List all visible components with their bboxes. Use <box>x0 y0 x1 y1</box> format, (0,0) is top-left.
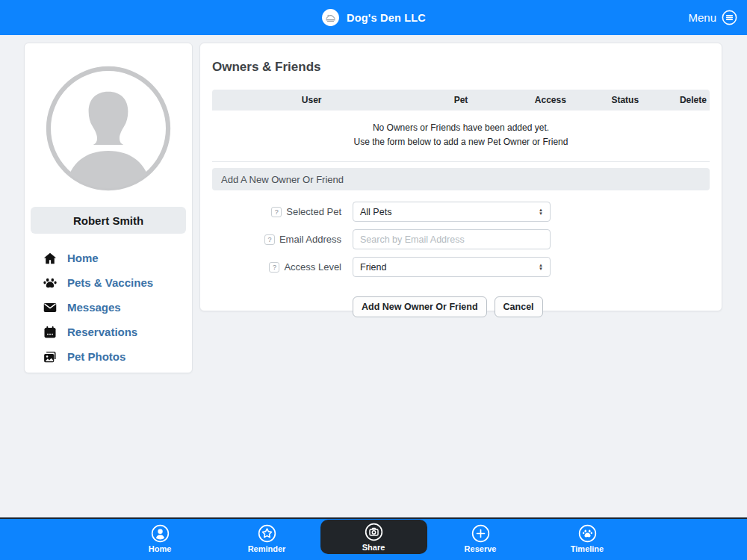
sidebar-item-home[interactable]: Home <box>43 246 192 270</box>
bottom-nav-label: Reserve <box>465 544 497 553</box>
empty-state-line1: No Owners or Friends have been added yet… <box>212 121 710 135</box>
paw-icon <box>43 276 57 290</box>
person-circle-icon <box>151 524 170 543</box>
form-row-selected-pet: ? Selected Pet All Pets <box>212 202 710 222</box>
owners-table-header: User Pet Access Status Delete <box>212 90 710 111</box>
select-stepper-icon <box>539 208 543 216</box>
plus-circle-icon <box>471 524 490 543</box>
column-header-user: User <box>212 95 411 105</box>
avatar <box>43 63 174 194</box>
dogs-den-logo-icon <box>321 8 340 27</box>
help-icon[interactable]: ? <box>271 207 282 217</box>
empty-state: No Owners or Friends have been added yet… <box>212 111 710 162</box>
access-level-field: Friend <box>353 257 551 277</box>
help-icon[interactable]: ? <box>264 234 275 245</box>
envelope-icon <box>43 301 57 314</box>
brand-title: Dog's Den LLC <box>347 12 426 24</box>
form-row-email: ? Email Address <box>212 229 710 249</box>
selected-pet-field: All Pets <box>353 202 551 222</box>
page: Dog's Den LLC Menu Robert Smit <box>0 0 747 560</box>
camera-circle-icon <box>365 523 383 541</box>
empty-state-line2: Use the form below to add a new Pet Owne… <box>212 135 710 149</box>
form-row-access-level: ? Access Level Friend <box>212 257 710 277</box>
sidebar-item-label: Reservations <box>67 326 137 338</box>
sidebar-profile-card: Robert Smith Home Pets & Vaccines Messag… <box>24 43 193 373</box>
sidebar-item-reservations[interactable]: Reservations <box>43 320 192 344</box>
owners-friends-card: Owners & Friends User Pet Access Status … <box>199 43 722 311</box>
add-owner-form: ? Selected Pet All Pets ? Email Address <box>212 202 710 317</box>
top-bar: Dog's Den LLC Menu <box>0 0 747 35</box>
select-stepper-icon <box>539 264 543 271</box>
sidebar-item-label: Home <box>67 252 99 264</box>
bottom-nav-timeline[interactable]: Timeline <box>534 522 641 557</box>
access-level-select[interactable]: Friend <box>353 257 551 277</box>
page-title: Owners & Friends <box>212 60 710 75</box>
sidebar-item-label: Pet Photos <box>67 350 125 363</box>
selected-pet-label: ? Selected Pet <box>212 206 341 217</box>
email-label: ? Email Address <box>212 234 341 245</box>
cancel-button[interactable]: Cancel <box>495 296 543 317</box>
menu-button[interactable]: Menu <box>688 0 737 35</box>
column-header-status: Status <box>590 95 660 105</box>
sidebar-item-pet-photos[interactable]: Pet Photos <box>43 344 192 369</box>
selected-pet-select[interactable]: All Pets <box>353 202 551 222</box>
bottom-nav-bar: Home Reminder Share Reserve Timeline <box>0 517 747 560</box>
star-circle-icon <box>258 524 276 543</box>
sidebar-item-label: Messages <box>67 301 121 314</box>
bottom-nav-home[interactable]: Home <box>107 522 214 557</box>
home-icon <box>43 252 57 265</box>
bottom-nav-label: Share <box>362 543 385 552</box>
photos-icon <box>43 350 57 364</box>
help-icon[interactable]: ? <box>269 262 279 273</box>
access-level-label: ? Access Level <box>212 261 341 273</box>
bottom-nav-reminder[interactable]: Reminder <box>214 522 320 557</box>
column-header-access: Access <box>511 95 591 105</box>
sidebar-item-pets-vaccines[interactable]: Pets & Vaccines <box>43 270 192 295</box>
sidebar-nav: Home Pets & Vaccines Messages Reservatio… <box>25 246 192 369</box>
column-header-delete: Delete <box>660 95 710 105</box>
form-buttons: Add New Owner Or Friend Cancel <box>353 296 710 317</box>
brand: Dog's Den LLC <box>0 0 747 35</box>
access-level-label-text: Access Level <box>284 261 341 273</box>
column-header-pet: Pet <box>411 95 510 105</box>
bottom-nav-label: Timeline <box>571 544 604 553</box>
selected-pet-label-text: Selected Pet <box>286 206 341 217</box>
email-field-wrap <box>353 229 551 249</box>
sidebar-item-messages[interactable]: Messages <box>43 295 192 320</box>
bottom-nav-label: Home <box>149 544 172 553</box>
bottom-nav-reserve[interactable]: Reserve <box>427 522 534 557</box>
bottom-nav-share[interactable]: Share <box>320 520 427 554</box>
add-new-owner-button[interactable]: Add New Owner Or Friend <box>353 296 487 317</box>
calendar-icon <box>43 326 57 339</box>
add-owner-section-header: Add A New Owner Or Friend <box>212 168 710 190</box>
bottom-nav-label: Reminder <box>248 544 286 553</box>
avatar-wrap <box>25 43 192 194</box>
hamburger-menu-icon <box>722 10 737 25</box>
sidebar-item-label: Pets & Vaccines <box>67 276 153 289</box>
access-level-value: Friend <box>360 262 386 273</box>
email-label-text: Email Address <box>279 234 341 245</box>
email-field[interactable] <box>353 229 551 249</box>
paw-circle-icon <box>578 524 597 543</box>
menu-label: Menu <box>688 11 716 24</box>
user-name: Robert Smith <box>31 207 186 234</box>
selected-pet-value: All Pets <box>360 207 391 217</box>
